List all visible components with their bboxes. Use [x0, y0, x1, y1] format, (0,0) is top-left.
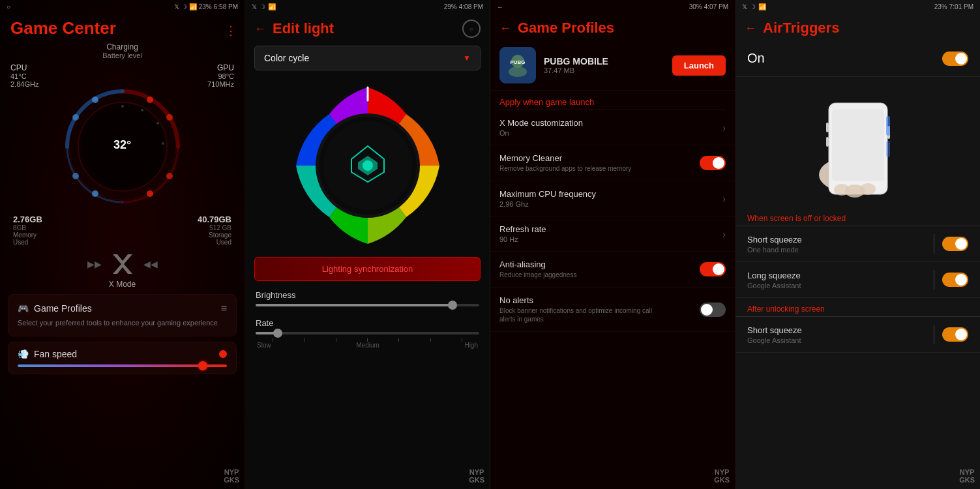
- fan-slider-thumb[interactable]: [198, 361, 207, 370]
- svg-text:PUBG: PUBG: [510, 59, 525, 65]
- brightness-slider[interactable]: [256, 304, 479, 306]
- svg-point-5: [166, 173, 173, 179]
- edit-light-header: ← Edit light ○: [245, 13, 490, 42]
- on-row: On: [735, 40, 980, 77]
- long-squeeze-locked-toggle[interactable]: [942, 273, 968, 287]
- memory-value: 2.76GB: [13, 215, 42, 224]
- game-profiles-card[interactable]: 🎮 Game Profiles ≡ Select your preferred …: [8, 294, 237, 336]
- svg-rect-31: [886, 116, 890, 136]
- twitter-icon-4: 𝕏: [742, 3, 747, 10]
- short-squeeze-unlocked-toggle[interactable]: [942, 327, 968, 342]
- options-icon[interactable]: ⋮: [225, 23, 237, 38]
- long-squeeze-locked-right: [934, 270, 968, 289]
- memory-cleaner-desc: Remove background apps to release memory: [499, 164, 631, 173]
- trigger-divider-1: [934, 234, 934, 254]
- color-wheel-container[interactable]: [245, 74, 490, 254]
- anti-aliasing-row[interactable]: Anti-aliasing Reduce image jaggedness: [490, 252, 735, 288]
- xmode-button[interactable]: ▶▶ ◀◀: [87, 250, 158, 278]
- svg-point-8: [92, 190, 98, 197]
- xmode-right-arrow: ◀◀: [143, 259, 158, 269]
- twitter-icon: 𝕏: [174, 3, 179, 10]
- long-squeeze-locked-row[interactable]: Long squeeze Google Assistant: [735, 262, 980, 298]
- xmode-setting-row[interactable]: X Mode customization On ›: [490, 110, 735, 145]
- svg-rect-30: [826, 137, 829, 147]
- rate-tick-labels: Slow Medium High: [256, 342, 479, 349]
- cpu-label: CPU: [10, 63, 27, 72]
- storage-col: 40.79GB 512 GB StorageUsed: [198, 215, 231, 246]
- short-squeeze-locked-row[interactable]: Short squeeze One hand mode: [735, 226, 980, 262]
- rate-slow: Slow: [257, 342, 271, 349]
- watermark-1: NYP GKS: [224, 468, 239, 484]
- rate-slider[interactable]: [256, 332, 479, 334]
- game-profiles-title-3: Game Profiles: [518, 20, 614, 37]
- short-squeeze-locked-info: Short squeeze One hand mode: [747, 235, 802, 254]
- battery-level-label: Battery level: [0, 52, 245, 59]
- gamepad-icon: 🎮: [18, 303, 29, 314]
- no-alerts-row[interactable]: No alerts Block banner notifications and…: [490, 288, 735, 332]
- refresh-rate-value: 90 Hz: [499, 235, 546, 243]
- back-button-4[interactable]: ←: [745, 22, 756, 35]
- game-card: PUBG PUBG MOBILE 37.47 MB Launch: [490, 40, 735, 91]
- fan-icon: 💨: [18, 349, 29, 359]
- memory-col: 2.76GB 8GB MemoryUsed: [13, 215, 42, 246]
- no-alerts-toggle[interactable]: [700, 303, 726, 317]
- edit-light-title: Edit light: [273, 20, 334, 37]
- settings-icon[interactable]: ≡: [221, 303, 227, 314]
- refresh-rate-row[interactable]: Refresh rate 90 Hz ›: [490, 216, 735, 252]
- no-alerts-name: No alerts: [499, 295, 669, 305]
- short-squeeze-locked-toggle[interactable]: [942, 237, 968, 251]
- svg-point-12: [121, 105, 124, 108]
- no-alerts-info: No alerts Block banner notifications and…: [499, 295, 669, 323]
- cpu-freq-value: 2.96 Ghz: [499, 200, 596, 208]
- fan-slider[interactable]: [18, 364, 227, 367]
- battery-4: 23%: [934, 3, 947, 10]
- charging-info: Charging Battery level: [0, 42, 245, 59]
- gpu-temp: 98°C: [218, 72, 234, 80]
- status-bar-2: 𝕏 ☽ 📶 29% 4:08 PM: [245, 0, 490, 13]
- time-display: 6:58 PM: [214, 3, 238, 10]
- fan-speed-card[interactable]: 💨 Fan speed: [8, 342, 237, 374]
- launch-button[interactable]: Launch: [672, 55, 726, 76]
- time-2: 4:08 PM: [459, 3, 483, 10]
- game-profiles-header: ← Game Profiles: [490, 13, 735, 40]
- svg-point-23: [509, 67, 527, 77]
- fan-title: 💨 Fan speed: [18, 349, 77, 359]
- color-wheel-svg[interactable]: [283, 81, 453, 250]
- rate-thumb[interactable]: [273, 329, 282, 338]
- cpu-freq-chevron-icon: ›: [722, 194, 726, 204]
- cpu-freq-row[interactable]: Maximum CPU frequency 2.96 Ghz ›: [490, 181, 735, 216]
- gpu-label: GPU: [217, 63, 234, 72]
- brightness-thumb[interactable]: [448, 301, 457, 310]
- cpu-freq: 2.84GHz: [10, 80, 38, 88]
- svg-point-35: [834, 184, 850, 196]
- status-left-2: 𝕏 ☽ 📶: [252, 3, 276, 10]
- anti-aliasing-toggle[interactable]: [700, 262, 726, 276]
- watermark-3: NYP GKS: [714, 468, 730, 484]
- toggle-thumb-3: [701, 304, 713, 316]
- xmode-chevron-icon: ›: [722, 123, 726, 133]
- time-4: 7:01 PM: [949, 3, 973, 10]
- svg-point-14: [156, 122, 159, 125]
- lighting-sync-bar[interactable]: Lighting synchronization: [254, 257, 481, 281]
- toggle-thumb: [713, 157, 724, 169]
- memory-cleaner-row[interactable]: Memory Cleaner Remove background apps to…: [490, 145, 735, 181]
- tick-7: [462, 338, 462, 342]
- tick-1: [273, 338, 273, 342]
- memory-label: MemoryUsed: [13, 231, 42, 246]
- memory-cleaner-toggle[interactable]: [700, 156, 726, 170]
- color-cycle-dropdown[interactable]: Color cycle ▼: [254, 46, 481, 70]
- rate-medium: Medium: [356, 342, 379, 349]
- moon-icon: ☽: [181, 3, 187, 10]
- back-button-3[interactable]: ←: [499, 22, 511, 35]
- svg-point-19: [363, 160, 373, 171]
- settings-circle-button[interactable]: ○: [462, 20, 481, 38]
- short-squeeze-locked-right: [934, 234, 968, 254]
- short-squeeze-unlocked-name: Short squeeze: [747, 325, 802, 335]
- back-button-2[interactable]: ←: [254, 22, 266, 36]
- svg-point-4: [147, 190, 153, 197]
- xmode-setting-value: On: [499, 129, 583, 137]
- on-toggle[interactable]: [942, 52, 968, 66]
- short-squeeze-unlocked-row[interactable]: Short squeeze Google Assistant: [735, 317, 980, 353]
- long-squeeze-locked-info: Long squeeze Google Assistant: [747, 271, 801, 289]
- pubg-icon-svg: PUBG: [499, 47, 536, 83]
